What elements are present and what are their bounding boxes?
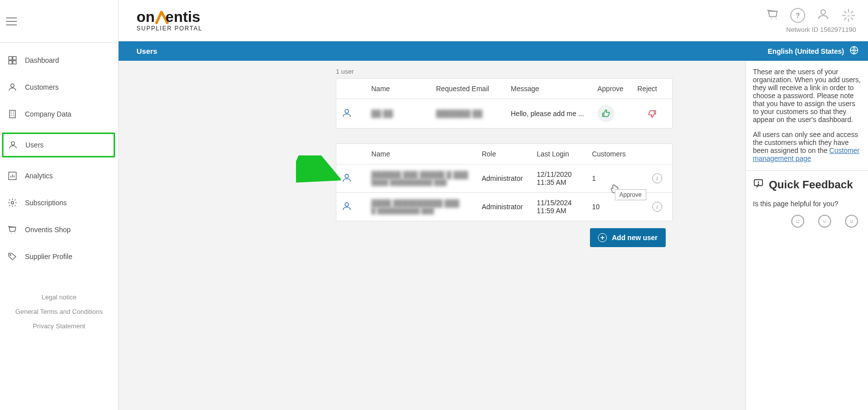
feedback-faces [753,215,862,228]
user-last-login-date: 12/11/2020 [537,170,582,178]
col-name: Name [366,79,431,99]
col-last-login: Last Login [532,144,587,164]
svg-rect-5 [9,111,15,118]
sidebar-item-label: Subscriptions [25,199,67,207]
user-role: Administrator [477,193,532,221]
face-sad-icon[interactable] [845,215,858,228]
user-name-line1: ████ ██████████ ███ [371,199,471,207]
svg-point-6 [11,141,15,145]
main: on entis SUPPLIER PORTAL ? [119,0,868,410]
col-customers: Customers [587,144,642,164]
building-icon [7,109,18,120]
col-reject: Reject [632,79,672,99]
col-approve: Approve [592,79,632,99]
globe-icon [849,45,859,57]
table-row[interactable]: ██████ ███ █████ █ ███ ████ ██████████ █… [336,164,672,193]
customers-icon [7,82,18,93]
svg-text:on: on [137,9,155,25]
row-info-button[interactable]: i [652,202,662,212]
quick-feedback-label: Quick Feedback [769,178,853,191]
pending-users-card: Name Requested Email Message Approve Rej… [336,78,673,129]
svg-point-32 [824,220,824,221]
link-privacy[interactable]: Privacy Statement [0,319,118,333]
pending-message: Hello, please add me ... [511,110,584,118]
help-panel: These are the users of your organization… [745,61,868,410]
brand-logo: on entis [137,9,215,26]
sidebar-legal-links: Legal notice General Terms and Condition… [0,290,118,333]
row-info-button[interactable]: i [652,173,662,183]
sidebar-item-customers[interactable]: Customers [0,74,118,101]
svg-point-9 [10,255,11,256]
sidebar-item-analytics[interactable]: Analytics [0,162,118,189]
svg-rect-3 [13,61,16,64]
avatar-icon [341,177,352,185]
network-id: Network ID 1562971190 [786,26,856,33]
profile-icon[interactable] [816,7,830,23]
page-header-bar: Users English (United States) [119,41,868,61]
app-root: Dashboard Customers Company Data Users [0,0,868,410]
content-row: 1 user Name Requested Email Message [119,61,868,410]
cart-icon[interactable] [766,8,779,22]
svg-point-12 [821,10,825,14]
sidebar-item-subscriptions[interactable]: Subscriptions [0,189,118,216]
user-name-line2: █ ██████████ ███ [371,207,471,214]
content-area: 1 user Name Requested Email Message [119,61,745,410]
link-terms[interactable]: General Terms and Conditions [0,304,118,319]
sidebar-item-dashboard[interactable]: Dashboard [0,47,118,74]
svg-point-29 [758,184,758,185]
menu-toggle[interactable] [6,17,17,25]
user-last-login-time: 11:35 AM [537,178,582,186]
topbar: on entis SUPPLIER PORTAL ? [119,0,868,41]
brand-subtitle: SUPPLIER PORTAL [137,25,215,32]
svg-rect-2 [9,61,12,64]
sidebar-item-label: Supplier Profile [25,253,72,261]
help-icon[interactable]: ? [790,8,805,23]
approve-button[interactable] [597,105,614,122]
svg-point-8 [11,202,14,204]
svg-point-33 [826,220,826,221]
feedback-question: Is this page helpful for you? [753,200,862,208]
svg-line-17 [845,11,847,13]
quick-feedback-title: Quick Feedback [753,178,862,192]
user-role: Administrator [477,164,532,193]
add-user-button[interactable]: + Add new user [590,228,666,247]
svg-text:entis: entis [165,9,200,25]
analytics-icon [7,170,18,181]
language-label: English (United States) [768,47,844,55]
sidebar-item-supplier-profile[interactable]: Supplier Profile [0,243,118,270]
approve-tooltip: Approve [615,189,646,200]
link-legal-notice[interactable]: Legal notice [0,290,118,304]
face-neutral-icon[interactable] [818,215,831,228]
svg-point-35 [851,220,851,221]
svg-point-30 [797,220,797,221]
sidebar: Dashboard Customers Company Data Users [0,0,119,410]
sidebar-item-users[interactable]: Users [2,133,115,157]
sidebar-header [0,0,118,43]
user-name-line1: ██████ ███ █████ █ ███ [371,171,471,179]
col-message: Message [506,79,592,99]
brand: on entis SUPPLIER PORTAL [137,9,215,32]
sidebar-item-label: Dashboard [25,56,59,64]
user-icon [7,139,18,150]
face-happy-icon[interactable] [791,215,804,228]
svg-point-31 [799,220,799,221]
sidebar-item-onventis-shop[interactable]: Onventis Shop [0,216,118,243]
help-paragraph-1: These are the users of your organization… [753,68,862,124]
pending-name: ██ ██ [371,110,393,118]
pending-users-table: Name Requested Email Message Approve Rej… [336,79,672,128]
language-selector[interactable]: English (United States) [768,45,859,57]
svg-point-24 [345,109,348,113]
annotation-arrow-icon [296,155,341,185]
svg-text:ai: ai [847,13,850,18]
users-card: Name Role Last Login Customers [336,143,673,221]
gear-icon [7,197,18,208]
sidebar-item-label: Company Data [25,110,71,118]
sidebar-item-company-data[interactable]: Company Data [0,101,118,128]
col-role: Role [477,144,532,164]
col-name: Name [366,144,476,164]
svg-line-19 [845,18,847,20]
page-title: Users [137,47,157,55]
svg-line-18 [851,18,853,20]
svg-point-25 [345,174,348,177]
reject-button[interactable] [637,109,667,119]
